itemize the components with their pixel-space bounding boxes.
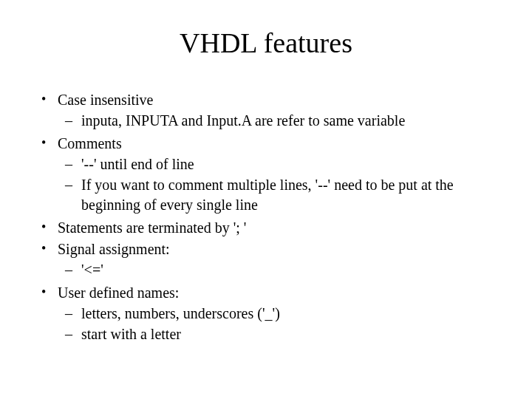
list-item: Statements are terminated by '; ': [58, 218, 495, 238]
sub-list: '<=': [58, 260, 495, 280]
sub-item: inputa, INPUTA and Input.A are refer to …: [81, 111, 495, 131]
item-text: Comments: [58, 135, 122, 151]
item-text: Case insensitive: [58, 92, 153, 108]
item-text: User defined names:: [58, 284, 179, 301]
list-item: Case insensitive inputa, INPUTA and Inpu…: [58, 90, 495, 131]
bullet-list: Case insensitive inputa, INPUTA and Inpu…: [37, 90, 495, 344]
sub-list: inputa, INPUTA and Input.A are refer to …: [58, 111, 495, 131]
sub-list: '--' until end of line If you want to co…: [58, 154, 495, 215]
page-title: VHDL features: [37, 27, 495, 59]
list-item: Signal assignment: '<=': [58, 239, 495, 280]
sub-list: letters, numbers, underscores ('_') star…: [58, 304, 495, 344]
list-item: Comments '--' until end of line If you w…: [58, 134, 495, 215]
list-item: User defined names: letters, numbers, un…: [58, 283, 495, 344]
sub-item: letters, numbers, underscores ('_'): [81, 304, 495, 324]
sub-item: start with a letter: [81, 324, 495, 344]
sub-item: '--' until end of line: [81, 154, 495, 174]
sub-item: '<=': [81, 260, 495, 280]
item-text: Statements are terminated by '; ': [58, 219, 246, 236]
sub-item: If you want to comment multiple lines, '…: [81, 175, 495, 215]
item-text: Signal assignment:: [58, 241, 170, 257]
slide-content: Case insensitive inputa, INPUTA and Inpu…: [37, 90, 495, 344]
